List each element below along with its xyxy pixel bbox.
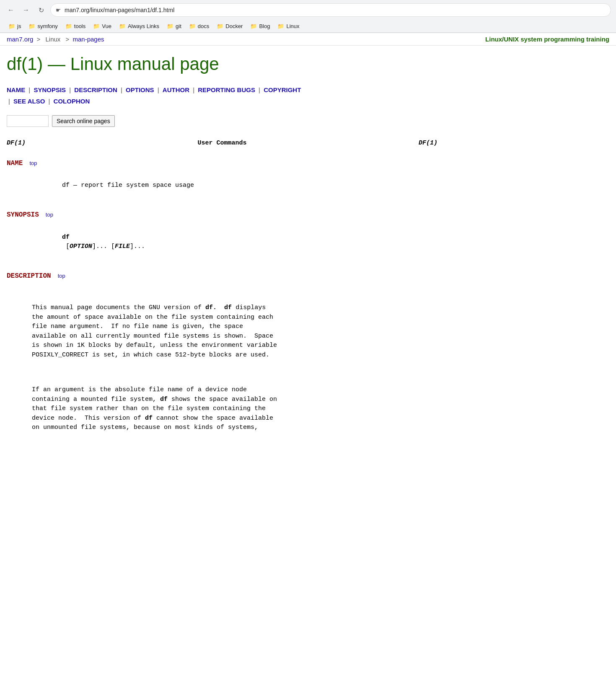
bookmark-vue[interactable]: 📁Vue (90, 22, 115, 31)
section-description: DESCRIPTION top This manual page documen… (7, 271, 437, 452)
nav-link-colophon[interactable]: COLOPHON (54, 98, 90, 105)
desc-df-bold2: df (224, 304, 232, 311)
nav-sep-1: | (67, 86, 72, 93)
bookmark-linux[interactable]: 📁Linux (274, 22, 303, 31)
section-synopsis-heading: SYNOPSIS top (7, 210, 437, 220)
folder-icon: 📁 (250, 23, 257, 29)
desc-df-bold3: df (160, 396, 168, 403)
section-description-content: This manual page documents the GNU versi… (7, 284, 437, 452)
synopsis-bracket2: ]... [ (92, 243, 115, 250)
breadcrumb: man7.org > Linux > man-pages (7, 36, 104, 43)
section-name-label: NAME (7, 158, 23, 168)
bookmark-symfony[interactable]: 📁symfony (25, 22, 61, 31)
desc-df-bold4: df (145, 415, 153, 422)
breadcrumb-site[interactable]: man7.org (7, 36, 33, 43)
bookmark-label: Always Links (128, 23, 159, 29)
refresh-button[interactable]: ↻ (35, 4, 47, 16)
nav-link-see-also[interactable]: SEE ALSO (13, 98, 45, 105)
description-para1: This manual page documents the GNU versi… (32, 303, 437, 360)
bookmark-always-links[interactable]: 📁Always Links (116, 22, 163, 31)
nav-link-description[interactable]: DESCRIPTION (74, 86, 117, 93)
bookmark-label: Linux (286, 23, 299, 29)
bookmark-git[interactable]: 📁git (163, 22, 185, 31)
section-synopsis-top-link[interactable]: top (46, 211, 53, 219)
nav-link-reporting-bugs[interactable]: REPORTING BUGS (198, 86, 255, 93)
address-bar[interactable]: ☛ man7.org/linux/man-pages/man1/df.1.htm… (50, 3, 611, 17)
section-synopsis: SYNOPSIS top df [OPTION]... [FILE]... (7, 210, 437, 261)
synopsis-bracket1: [ (62, 243, 70, 250)
breadcrumb-section1: Linux (45, 36, 60, 43)
nav-link-synopsis[interactable]: SYNOPSIS (34, 86, 66, 93)
bookmark-label: tools (74, 23, 85, 29)
page-content: df(1) — Linux manual page NAME | SYNOPSI… (0, 46, 444, 467)
description-para2: If an argument is the absolute file name… (32, 385, 437, 433)
section-name: NAME top df — report file system space u… (7, 158, 437, 200)
forward-button[interactable]: → (20, 4, 32, 16)
folder-icon: 📁 (189, 23, 196, 29)
manpage-header-left: DF(1) (7, 139, 26, 148)
bookmark-label: js (17, 23, 21, 29)
section-description-top-link[interactable]: top (58, 272, 65, 280)
bookmark-js[interactable]: 📁js (5, 22, 24, 31)
nav-link-author[interactable]: AUTHOR (163, 86, 189, 93)
nav-links: NAME | SYNOPSIS | DESCRIPTION | OPTIONS … (7, 84, 437, 107)
bookmark-label: Vue (102, 23, 111, 29)
address-text: man7.org/linux/man-pages/man1/df.1.html (65, 7, 606, 13)
nav-sep-4: | (191, 86, 196, 93)
synopsis-file: FILE (115, 243, 130, 250)
breadcrumb-sep1: > (37, 36, 41, 43)
section-name-top-link[interactable]: top (29, 159, 37, 168)
desc-df-bold1: df. (205, 304, 217, 311)
section-synopsis-label: SYNOPSIS (7, 210, 39, 220)
folder-icon: 📁 (28, 23, 35, 29)
synopsis-option: OPTION (70, 243, 92, 250)
manpage-header-center: User Commands (197, 139, 246, 148)
nav-link-options[interactable]: OPTIONS (126, 86, 154, 93)
section-description-heading: DESCRIPTION top (7, 271, 437, 281)
back-button[interactable]: ← (5, 4, 17, 16)
section-name-heading: NAME top (7, 158, 437, 168)
bookmark-label: Blog (259, 23, 270, 29)
browser-chrome: ← → ↻ ☛ man7.org/linux/man-pages/man1/df… (0, 0, 616, 33)
nav-sep-7: | (47, 98, 52, 105)
secure-icon: ☛ (56, 7, 61, 13)
manpage-header-right: DF(1) (419, 139, 437, 148)
folder-icon: 📁 (65, 23, 72, 29)
bookmark-label: symfony (37, 23, 57, 29)
manpage-header: DF(1) User Commands DF(1) (7, 139, 437, 148)
nav-sep-3: | (156, 86, 161, 93)
bookmark-docker[interactable]: 📁Docker (213, 22, 246, 31)
nav-sep-2: | (119, 86, 124, 93)
synopsis-df: df (62, 234, 70, 241)
breadcrumb-section2[interactable]: man-pages (72, 36, 104, 43)
page-title: df(1) — Linux manual page (7, 54, 437, 74)
breadcrumb-bar: man7.org > Linux > man-pages Linux/UNIX … (0, 33, 616, 46)
training-link[interactable]: Linux/UNIX system programming training (485, 36, 609, 43)
breadcrumb-sep2: > (66, 36, 70, 43)
synopsis-bracket3: ]... (130, 243, 145, 250)
nav-sep-5: | (257, 86, 262, 93)
folder-icon: 📁 (93, 23, 100, 29)
folder-icon: 📁 (167, 23, 173, 29)
bookmarks-bar: 📁js📁symfony📁tools📁Vue📁Always Links📁git📁d… (0, 20, 616, 33)
bookmark-label: git (176, 23, 181, 29)
browser-toolbar: ← → ↻ ☛ man7.org/linux/man-pages/man1/df… (0, 0, 616, 20)
section-name-content: df — report file system space usage (7, 172, 437, 200)
section-synopsis-content: df [OPTION]... [FILE]... (7, 223, 437, 261)
search-input[interactable] (7, 115, 49, 127)
bookmark-docs[interactable]: 📁docs (186, 22, 212, 31)
folder-icon: 📁 (217, 23, 223, 29)
folder-icon: 📁 (277, 23, 284, 29)
section-description-label: DESCRIPTION (7, 271, 51, 281)
nav-sep-6: | (8, 98, 12, 105)
bookmark-tools[interactable]: 📁tools (62, 22, 89, 31)
nav-sep-0: | (27, 86, 32, 93)
bookmark-blog[interactable]: 📁Blog (247, 22, 273, 31)
bookmark-label: docs (198, 23, 209, 29)
folder-icon: 📁 (8, 23, 15, 29)
nav-link-copyright[interactable]: COPYRIGHT (264, 86, 301, 93)
nav-link-name[interactable]: NAME (7, 86, 25, 93)
folder-icon: 📁 (119, 23, 126, 29)
search-bar: Search online pages (7, 115, 437, 127)
search-button[interactable]: Search online pages (52, 115, 115, 127)
